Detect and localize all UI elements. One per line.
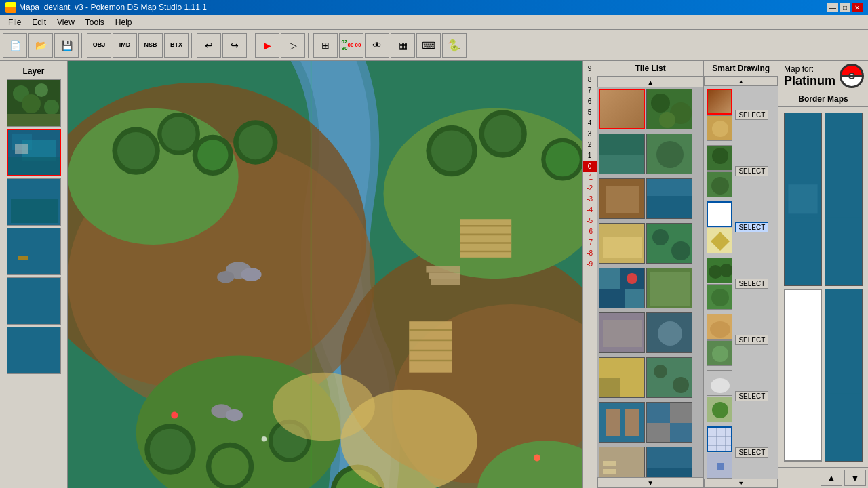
smart-select-4[interactable]: SELECT [735, 279, 768, 289]
tile-3[interactable] [599, 134, 645, 174]
z-1[interactable]: 1 [583, 150, 597, 161]
tile-2[interactable] [646, 89, 692, 129]
tile-18[interactable] [646, 447, 692, 477]
tile-scroll-area[interactable] [597, 87, 703, 477]
smart-tile-5b[interactable] [707, 340, 732, 366]
smart-tile-6a[interactable] [707, 370, 732, 396]
tile-5[interactable] [599, 178, 645, 219]
z-0[interactable]: 0 [583, 161, 597, 172]
z-neg6[interactable]: -6 [583, 226, 597, 237]
tile-12[interactable] [646, 312, 692, 353]
layer-2[interactable] [7, 178, 61, 226]
smart-select-2[interactable]: SELECT [735, 166, 768, 176]
tile-scroll-up[interactable]: ▲ [597, 77, 703, 87]
smart-tile-1a[interactable] [707, 89, 732, 115]
smart-tile-7a[interactable] [707, 426, 732, 452]
smart-tile-5a[interactable] [707, 314, 732, 340]
obj-button[interactable]: OBJ [87, 33, 111, 58]
tile-16[interactable] [646, 402, 692, 443]
z-neg5[interactable]: -5 [583, 216, 597, 226]
undo-button[interactable]: ↩ [197, 33, 221, 58]
close-button[interactable]: ✕ [852, 3, 863, 12]
z-neg4[interactable]: -4 [583, 205, 597, 216]
smart-tile-4b[interactable] [707, 284, 732, 310]
smart-select-6[interactable]: SELECT [735, 391, 768, 401]
smart-tile-4a[interactable] [707, 258, 732, 283]
nav-down-button[interactable]: ▼ [844, 470, 866, 486]
numbers-tool[interactable]: 028000 00 [339, 33, 363, 58]
save-button[interactable]: 💾 [54, 33, 79, 58]
layer-4[interactable] [7, 277, 61, 325]
snake-tool[interactable]: 🐍 [442, 33, 467, 58]
z-9[interactable]: 9 [583, 64, 597, 75]
z-neg3[interactable]: -3 [583, 194, 597, 205]
z-neg7[interactable]: -7 [583, 237, 597, 248]
tile-15[interactable] [599, 402, 645, 443]
smart-tile-7b[interactable] [707, 453, 732, 479]
smart-tile-3a[interactable] [707, 201, 732, 227]
smart-tile-2b[interactable] [707, 171, 732, 197]
tile-4[interactable] [646, 134, 692, 174]
z-neg8[interactable]: -8 [583, 248, 597, 259]
smart-select-1[interactable]: SELECT [735, 110, 768, 120]
smart-scroll-area[interactable]: SELECT SELECT [704, 86, 778, 479]
tile-scroll-down[interactable]: ▼ [597, 477, 703, 488]
maximize-button[interactable]: □ [840, 3, 850, 12]
layer-0[interactable] [7, 79, 61, 127]
menu-edit[interactable]: Edit [26, 16, 52, 28]
z-neg9[interactable]: -9 [583, 259, 597, 270]
border-map-topleft[interactable] [784, 113, 822, 286]
tile-7[interactable] [599, 223, 645, 264]
tile-13[interactable] [599, 357, 645, 398]
tile-8[interactable] [646, 223, 692, 264]
open-button[interactable]: 📂 [28, 33, 53, 58]
tile-1[interactable] [599, 89, 645, 129]
menu-view[interactable]: View [52, 16, 80, 28]
border-map-bottomleft[interactable] [784, 289, 822, 462]
z-7[interactable]: 7 [583, 85, 597, 96]
new-button[interactable]: 📄 [3, 33, 27, 58]
layer-5[interactable] [7, 327, 61, 374]
grid-tool[interactable]: ⊞ [313, 33, 338, 58]
nav-up-button[interactable]: ▲ [821, 470, 842, 486]
move-tool[interactable]: ▷ [281, 33, 305, 58]
canvas-wrapper[interactable]: 9 8 7 6 5 4 3 2 1 0 -1 -2 -3 -4 -5 -6 -7… [68, 61, 597, 488]
btx-button[interactable]: BTX [164, 33, 189, 58]
z-neg1[interactable]: -1 [583, 172, 597, 183]
smart-tile-1b[interactable] [707, 115, 732, 141]
tile-11[interactable] [599, 312, 645, 353]
redo-button[interactable]: ↪ [222, 33, 247, 58]
z-3[interactable]: 3 [583, 129, 597, 140]
minimize-button[interactable]: — [827, 3, 838, 12]
z-5[interactable]: 5 [583, 107, 597, 118]
smart-scroll-up[interactable]: ▲ [704, 77, 778, 86]
tile-10[interactable] [646, 268, 692, 308]
tile-6[interactable] [646, 178, 692, 219]
smart-select-5[interactable]: SELECT [735, 335, 768, 345]
layer-3[interactable] [7, 228, 61, 275]
keyboard-tool[interactable]: ⌨ [416, 33, 441, 58]
tile-17[interactable] [599, 447, 645, 477]
z-6[interactable]: 6 [583, 96, 597, 107]
camera-tool[interactable]: ▦ [391, 33, 415, 58]
z-4[interactable]: 4 [583, 118, 597, 129]
imd-button[interactable]: IMD [113, 33, 137, 58]
nsb-button[interactable]: NSB [138, 33, 163, 58]
map-canvas[interactable] [68, 61, 597, 488]
z-neg2[interactable]: -2 [583, 183, 597, 194]
smart-tile-3b[interactable] [707, 228, 732, 253]
layer-1[interactable] [7, 129, 61, 176]
smart-select-7[interactable]: SELECT [735, 447, 768, 458]
smart-scroll-down[interactable]: ▼ [704, 479, 778, 488]
smart-tile-6b[interactable] [707, 396, 732, 422]
menu-tools[interactable]: Tools [80, 16, 110, 28]
eye-tool[interactable]: 👁 [365, 33, 389, 58]
cursor-tool[interactable]: ▶ [255, 33, 279, 58]
smart-select-3[interactable]: SELECT [735, 222, 768, 232]
border-map-topright[interactable] [825, 113, 863, 286]
menu-file[interactable]: File [3, 16, 26, 28]
smart-tile-2a[interactable] [707, 145, 732, 171]
menu-help[interactable]: Help [110, 16, 138, 28]
tile-14[interactable] [646, 357, 692, 398]
tile-9[interactable] [599, 268, 645, 308]
